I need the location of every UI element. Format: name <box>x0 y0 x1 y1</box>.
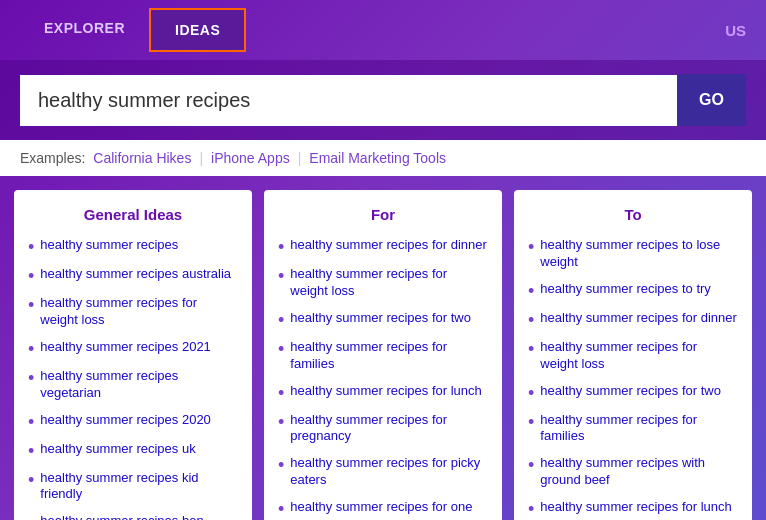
tab-ideas[interactable]: IDEAS <box>149 8 246 52</box>
list-item: •healthy summer recipes uk <box>28 441 238 460</box>
list-item: •healthy summer recipes bon appetit <box>28 513 238 520</box>
list-item: •healthy summer recipes to try <box>528 281 738 300</box>
idea-link[interactable]: healthy summer recipes for families <box>540 412 738 446</box>
idea-link[interactable]: healthy summer recipes for dinner <box>540 310 737 327</box>
bullet-icon: • <box>528 311 534 329</box>
search-input[interactable] <box>20 75 677 126</box>
idea-link[interactable]: healthy summer recipes 2021 <box>40 339 211 356</box>
to-ideas-list: •healthy summer recipes to lose weight•h… <box>528 237 738 518</box>
bullet-icon: • <box>528 413 534 431</box>
nav-bar: EXPLORER IDEAS US <box>0 0 766 60</box>
idea-link[interactable]: healthy summer recipes kid friendly <box>40 470 238 504</box>
column-to: To •healthy summer recipes to lose weigh… <box>514 190 752 520</box>
list-item: •healthy summer recipes for picky eaters <box>278 455 488 489</box>
bullet-icon: • <box>528 238 534 256</box>
list-item: •healthy summer recipes for families <box>528 412 738 446</box>
bullet-icon: • <box>528 282 534 300</box>
idea-link[interactable]: healthy summer recipes for two <box>290 310 471 327</box>
bullet-icon: • <box>28 340 34 358</box>
bullet-icon: • <box>278 340 284 358</box>
idea-link[interactable]: healthy summer recipes for dinner <box>290 237 487 254</box>
bullet-icon: • <box>278 456 284 474</box>
bullet-icon: • <box>278 384 284 402</box>
list-item: •healthy summer recipes for weight loss <box>278 266 488 300</box>
bullet-icon: • <box>28 471 34 489</box>
bullet-icon: • <box>528 500 534 518</box>
bullet-icon: • <box>528 384 534 402</box>
divider-1: | <box>199 150 203 166</box>
tab-explorer[interactable]: EXPLORER <box>20 8 149 52</box>
example-iphone-apps[interactable]: iPhone Apps <box>211 150 290 166</box>
list-item: •healthy summer recipes kid friendly <box>28 470 238 504</box>
list-item: •healthy summer recipes for weight loss <box>28 295 238 329</box>
example-california-hikes[interactable]: California Hikes <box>93 150 191 166</box>
idea-link[interactable]: healthy summer recipes with ground beef <box>540 455 738 489</box>
list-item: •healthy summer recipes for weight loss <box>528 339 738 373</box>
go-button[interactable]: GO <box>677 74 746 126</box>
idea-link[interactable]: healthy summer recipes for two <box>540 383 721 400</box>
idea-link[interactable]: healthy summer recipes to lose weight <box>540 237 738 271</box>
bullet-icon: • <box>28 238 34 256</box>
idea-link[interactable]: healthy summer recipes uk <box>40 441 195 458</box>
list-item: •healthy summer recipes 2020 <box>28 412 238 431</box>
main-content: General Ideas •healthy summer recipes•he… <box>0 176 766 520</box>
bullet-icon: • <box>28 413 34 431</box>
bullet-icon: • <box>278 413 284 431</box>
list-item: •healthy summer recipes for dinner <box>278 237 488 256</box>
divider-2: | <box>298 150 302 166</box>
column-title-general: General Ideas <box>28 206 238 223</box>
list-item: •healthy summer recipes for dinner <box>528 310 738 329</box>
list-item: •healthy summer recipes <box>28 237 238 256</box>
list-item: •healthy summer recipes for pregnancy <box>278 412 488 446</box>
idea-link[interactable]: healthy summer recipes australia <box>40 266 231 283</box>
idea-link[interactable]: healthy summer recipes to try <box>540 281 711 298</box>
list-item: •healthy summer recipes for two <box>278 310 488 329</box>
idea-link[interactable]: healthy summer recipes for picky eaters <box>290 455 488 489</box>
general-ideas-list: •healthy summer recipes•healthy summer r… <box>28 237 238 520</box>
list-item: •healthy summer recipes vegetarian <box>28 368 238 402</box>
region-label: US <box>725 22 746 39</box>
for-ideas-list: •healthy summer recipes for dinner•healt… <box>278 237 488 518</box>
bullet-icon: • <box>278 311 284 329</box>
bullet-icon: • <box>278 500 284 518</box>
column-for: For •healthy summer recipes for dinner•h… <box>264 190 502 520</box>
column-title-for: For <box>278 206 488 223</box>
idea-link[interactable]: healthy summer recipes for pregnancy <box>290 412 488 446</box>
list-item: •healthy summer recipes australia <box>28 266 238 285</box>
column-general-ideas: General Ideas •healthy summer recipes•he… <box>14 190 252 520</box>
nav-tabs: EXPLORER IDEAS <box>20 8 246 52</box>
list-item: •healthy summer recipes to lose weight <box>528 237 738 271</box>
idea-link[interactable]: healthy summer recipes 2020 <box>40 412 211 429</box>
idea-link[interactable]: healthy summer recipes for weight loss <box>290 266 488 300</box>
list-item: •healthy summer recipes 2021 <box>28 339 238 358</box>
examples-label: Examples: <box>20 150 85 166</box>
list-item: •healthy summer recipes for lunch <box>528 499 738 518</box>
bullet-icon: • <box>28 442 34 460</box>
list-item: •healthy summer recipes for families <box>278 339 488 373</box>
bullet-icon: • <box>28 267 34 285</box>
bullet-icon: • <box>28 514 34 520</box>
example-email-marketing[interactable]: Email Marketing Tools <box>309 150 446 166</box>
idea-link[interactable]: healthy summer recipes for one <box>290 499 472 516</box>
list-item: •healthy summer recipes for two <box>528 383 738 402</box>
examples-bar: Examples: California Hikes | iPhone Apps… <box>0 140 766 176</box>
idea-link[interactable]: healthy summer recipes for lunch <box>290 383 481 400</box>
bullet-icon: • <box>28 369 34 387</box>
idea-link[interactable]: healthy summer recipes for lunch <box>540 499 731 516</box>
idea-link[interactable]: healthy summer recipes for weight loss <box>40 295 238 329</box>
idea-link[interactable]: healthy summer recipes for families <box>290 339 488 373</box>
search-area: GO <box>0 60 766 140</box>
bullet-icon: • <box>278 267 284 285</box>
idea-link[interactable]: healthy summer recipes vegetarian <box>40 368 238 402</box>
bullet-icon: • <box>528 340 534 358</box>
idea-link[interactable]: healthy summer recipes for weight loss <box>540 339 738 373</box>
bullet-icon: • <box>28 296 34 314</box>
bullet-icon: • <box>278 238 284 256</box>
list-item: •healthy summer recipes with ground beef <box>528 455 738 489</box>
column-title-to: To <box>528 206 738 223</box>
idea-link[interactable]: healthy summer recipes <box>40 237 178 254</box>
idea-link[interactable]: healthy summer recipes bon appetit <box>40 513 238 520</box>
bullet-icon: • <box>528 456 534 474</box>
list-item: •healthy summer recipes for lunch <box>278 383 488 402</box>
list-item: •healthy summer recipes for one <box>278 499 488 518</box>
